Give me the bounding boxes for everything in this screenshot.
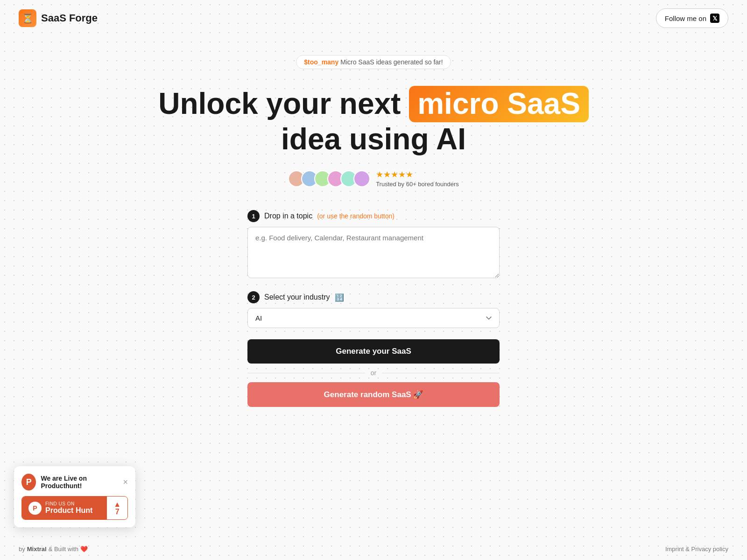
divider-line-left [247,373,365,373]
form-step-1: 1 Drop in a topic (or use the random but… [247,210,500,280]
ph-upvote-count: 7 [115,508,120,516]
ph-find-us-label: FIND US ON [45,501,92,506]
header: ⏳ SaaS Forge Follow me on 𝕏 [0,0,747,36]
product-hunt-avatar-icon: P [21,474,36,490]
imprint-privacy-link[interactable]: Imprint & Privacy policy [665,546,728,553]
divider: or [247,369,500,377]
logo-icon: ⏳ [19,9,36,27]
hero-highlight: micro SaaS [409,86,589,122]
ph-badge-left: P FIND US ON Product Hunt [22,497,107,519]
x-twitter-icon: 𝕏 [710,14,719,23]
form-step-2: 2 Select your industry 🔢 AI FinTech Heal… [247,291,500,328]
follow-me-label: Follow me on [665,14,706,22]
popup-header: P We are Live on Producthunt! × [21,474,128,490]
hero-line1-prefix: Unlock your next [158,87,401,120]
hourglass-icon: ⏳ [22,13,34,24]
avatar-group [288,170,370,187]
step1-label: Drop in a topic [264,212,312,220]
trust-text: Trusted by 60+ bored founders [376,181,459,188]
popup-close-button[interactable]: × [123,478,128,486]
step1-label-row: 1 Drop in a topic (or use the random but… [247,210,500,222]
popup-live-text: We are Live on Producthunt! [41,475,118,490]
star-rating: ★★★★★ [376,169,459,180]
divider-text: or [371,369,376,377]
ideas-count-badge: $too_many Micro SaaS ideas generated so … [296,55,451,69]
ph-upvote-arrow: ▲ [113,501,121,508]
step2-emoji: 🔢 [335,293,344,302]
badge-text: Micro SaaS ideas generated so far! [340,58,443,66]
divider-line-right [382,373,500,373]
follow-me-button[interactable]: Follow me on 𝕏 [656,8,728,28]
topic-input[interactable] [247,227,500,278]
logo[interactable]: ⏳ SaaS Forge [19,9,98,27]
footer-brand: Mixtral [27,546,47,553]
generate-saas-button[interactable]: Generate your SaaS [247,339,500,364]
step1-hint: (or use the random button) [317,212,395,220]
ph-badge-icon: P [28,502,42,515]
step2-label: Select your industry [264,293,330,301]
industry-select[interactable]: AI FinTech HealthTech EdTech E-commerce … [247,308,500,328]
ratings: ★★★★★ Trusted by 60+ bored founders [376,169,459,188]
logo-text: SaaS Forge [41,12,98,24]
footer-heart: ❤️ [80,546,88,553]
footer-left: by Mixtral & Built with ❤️ [19,546,88,553]
footer-powered-by: by [19,546,25,553]
main-form: 1 Drop in a topic (or use the random but… [247,210,500,407]
footer: by Mixtral & Built with ❤️ Imprint & Pri… [0,538,747,560]
social-proof: ★★★★★ Trusted by 60+ bored founders [288,169,459,188]
hero-line2: idea using AI [281,122,466,156]
step2-label-row: 2 Select your industry 🔢 [247,291,500,303]
badge-highlight: $too_many [304,58,338,66]
ph-badge-text: FIND US ON Product Hunt [45,501,92,515]
avatar [353,170,370,187]
main-content: $too_many Micro SaaS ideas generated so … [0,36,747,444]
step2-number: 2 [247,291,260,303]
generate-random-button[interactable]: Generate random SaaS 🚀 [247,382,500,407]
product-hunt-popup: P We are Live on Producthunt! × P FIND U… [14,466,135,527]
hero-title: Unlock your next micro SaaS idea using A… [158,86,589,156]
product-hunt-badge[interactable]: P FIND US ON Product Hunt ▲ 7 [21,496,128,520]
step1-number: 1 [247,210,260,222]
ph-upvote-section[interactable]: ▲ 7 [107,497,127,519]
footer-built-with: & Built with [49,546,78,553]
ph-product-hunt-label: Product Hunt [45,506,92,515]
